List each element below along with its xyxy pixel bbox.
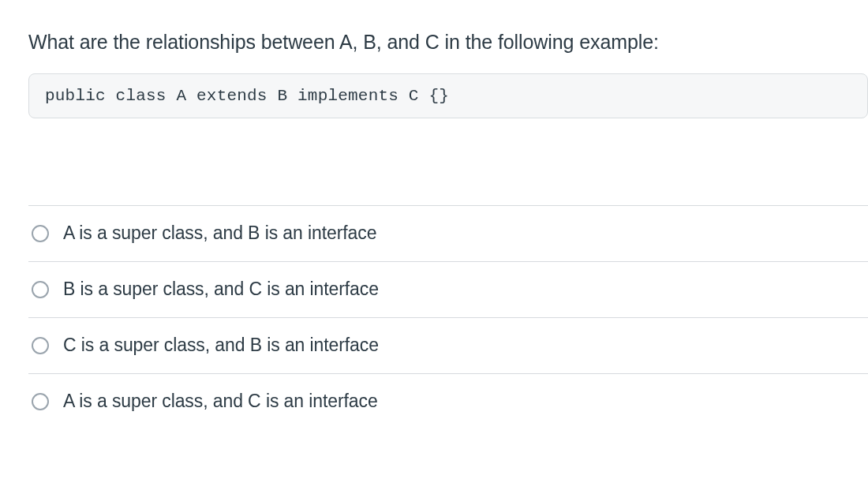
radio-icon[interactable] bbox=[32, 225, 49, 242]
options-list: A is a super class, and B is an interfac… bbox=[28, 205, 868, 417]
option-label: A is a super class, and C is an interfac… bbox=[63, 390, 378, 414]
option-row[interactable]: A is a super class, and B is an interfac… bbox=[28, 205, 868, 261]
radio-icon[interactable] bbox=[32, 393, 49, 410]
option-row[interactable]: A is a super class, and C is an interfac… bbox=[28, 373, 868, 417]
radio-icon[interactable] bbox=[32, 337, 49, 354]
option-label: A is a super class, and B is an interfac… bbox=[63, 222, 376, 245]
question-prompt: What are the relationships between A, B,… bbox=[28, 28, 868, 56]
code-block: public class A extends B implements C {} bbox=[28, 73, 868, 118]
option-label: C is a super class, and B is an interfac… bbox=[63, 334, 379, 357]
radio-icon[interactable] bbox=[32, 281, 49, 298]
option-label: B is a super class, and C is an interfac… bbox=[63, 278, 379, 301]
option-row[interactable]: C is a super class, and B is an interfac… bbox=[28, 317, 868, 373]
option-row[interactable]: B is a super class, and C is an interfac… bbox=[28, 261, 868, 317]
